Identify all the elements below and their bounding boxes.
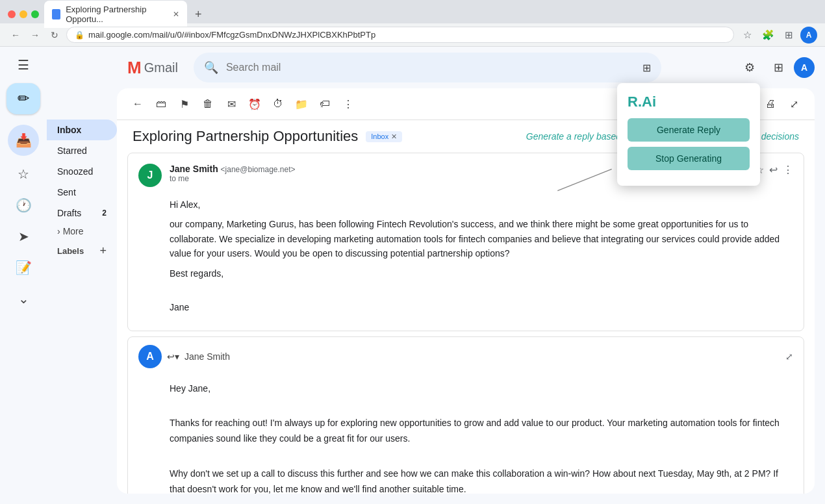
minimize-window-btn[interactable]	[19, 10, 27, 18]
browser-navbar: ← → ↻ 🔒 mail.google.com/mail/u/0/#inbox/…	[0, 23, 825, 47]
generate-reply-btn[interactable]: Generate Reply	[628, 118, 750, 142]
avatar-jane: J	[138, 164, 162, 187]
sender-email: <jane@biomage.net>	[221, 165, 296, 174]
sidebar-item-drafts[interactable]: 📝	[8, 252, 39, 283]
reply-to: Jane Smith	[184, 351, 230, 362]
email-thread: J Jane Smith <jane@biomage.net> to me Ap…	[117, 153, 815, 494]
snoozed-label: Snoozed	[57, 166, 93, 177]
labels-title: Labels	[57, 246, 84, 256]
body-signature: Jane	[170, 300, 793, 314]
maximize-window-btn[interactable]	[31, 10, 39, 18]
sidebar-labels: Inbox Starred Snoozed Sent Drafts 2 › Mo…	[47, 47, 117, 504]
reply-expand-btn[interactable]: ⤢	[785, 351, 793, 362]
sidebar-item-more[interactable]: ⌄	[8, 283, 39, 314]
inbox-badge-label: Inbox	[371, 132, 388, 140]
report-spam-btn[interactable]: ⚑	[174, 94, 195, 114]
search-icon: 🔍	[204, 60, 218, 75]
nav-forward-btn[interactable]: →	[27, 27, 43, 43]
header-actions: ⚙ ⊞ A	[737, 55, 815, 81]
mark-unread-btn[interactable]: ✉	[221, 94, 242, 114]
rai-title: R.Ai	[628, 94, 750, 110]
user-avatar-header[interactable]: A	[794, 57, 815, 78]
new-tab-btn[interactable]: +	[195, 8, 202, 21]
reply-line-3: Why don't we set up a call to discuss th…	[170, 466, 793, 494]
search-bar[interactable]: 🔍 ⊞	[194, 53, 661, 82]
archive-btn[interactable]: 🗃	[151, 94, 171, 114]
search-input[interactable]	[226, 62, 635, 73]
tab-close-btn[interactable]: ✕	[173, 10, 179, 19]
browser-profile[interactable]: A	[800, 27, 817, 44]
gmail-m-icon: M	[127, 58, 142, 78]
email-subject: Exploring Partnership Opportunities	[133, 128, 358, 145]
to-me-text: to me	[170, 174, 664, 183]
email-body: Hi Alex, our company, Marketing Gurus, h…	[128, 197, 804, 331]
sender-info: Jane Smith <jane@biomage.net> to me	[170, 164, 664, 183]
body-main: our company, Marketing Gurus, has been f…	[170, 217, 793, 260]
settings-btn[interactable]: ⚙	[737, 55, 763, 81]
search-tune-icon[interactable]: ⊞	[642, 62, 651, 74]
hamburger-btn[interactable]: ☰	[10, 52, 36, 78]
compose-btn[interactable]: ✏	[6, 83, 40, 114]
reply-line-2: Thanks for reaching out! I'm always up f…	[170, 416, 793, 447]
remove-inbox-label-btn[interactable]: ✕	[391, 132, 397, 141]
reply-icon: ↩▾	[167, 351, 179, 362]
drafts-label: Drafts	[57, 208, 81, 218]
gmail-text: Gmail	[144, 60, 178, 75]
avatar-alex: A	[138, 345, 162, 368]
add-task-btn[interactable]: ⏱	[268, 94, 288, 114]
nav-back-btn[interactable]: ←	[8, 27, 23, 43]
compose-icon: ✏	[6, 83, 40, 114]
tab-title: Exploring Partnership Opportu...	[66, 5, 165, 24]
body-regards: Best regards,	[170, 266, 793, 281]
apps-icon[interactable]: ⊞	[780, 26, 798, 44]
browser-tab[interactable]: Exploring Partnership Opportu... ✕	[44, 1, 187, 28]
reply-header: A ↩▾ Jane Smith ⤢	[128, 337, 804, 376]
reply-body[interactable]: Hey Jane, Thanks for reaching out! I'm a…	[128, 376, 804, 494]
sidebar-item-inbox[interactable]: 📥	[8, 125, 39, 156]
reply-area: A ↩▾ Jane Smith ⤢ Hey Jane, Thanks for r…	[127, 336, 804, 494]
sent-label: Sent	[57, 187, 76, 197]
stop-generating-btn[interactable]: Stop Generating	[628, 147, 750, 170]
sidebar-item-snoozed[interactable]: 🕐	[8, 190, 39, 221]
close-window-btn[interactable]	[8, 10, 16, 18]
traffic-lights[interactable]	[8, 10, 39, 18]
rai-popup: R.Ai Generate Reply Stop Generating	[617, 83, 760, 186]
gmail-logo: M Gmail	[127, 58, 178, 78]
labels-add-btn[interactable]: +	[99, 244, 107, 258]
tab-favicon	[52, 9, 60, 19]
labels-section: Labels +	[47, 239, 117, 263]
back-to-inbox-btn[interactable]: ←	[127, 94, 148, 114]
delete-btn[interactable]: 🗑	[197, 94, 218, 114]
sidebar-item-starred-label[interactable]: Starred	[47, 140, 117, 161]
snooze-btn[interactable]: ⏰	[244, 94, 265, 114]
drafts-count: 2	[102, 208, 107, 218]
apps-grid-btn[interactable]: ⊞	[765, 55, 791, 81]
sidebar-item-drafts-label[interactable]: Drafts 2	[47, 203, 117, 223]
reply-icon-btn[interactable]: ↩	[769, 164, 778, 176]
nav-refresh-btn[interactable]: ↻	[47, 27, 62, 43]
gmail-header: M Gmail 🔍 ⊞ ⚙ ⊞ A	[117, 47, 825, 88]
sidebar-narrow: ☰ ✏ 📥 ☆ 🕐 ➤ 📝 ⌄	[0, 47, 47, 504]
print-btn[interactable]: 🖨	[760, 94, 781, 114]
lock-icon: 🔒	[75, 31, 84, 40]
sidebar-item-snoozed-label[interactable]: Snoozed	[47, 161, 117, 182]
bookmark-icon[interactable]: ☆	[738, 26, 756, 44]
move-to-btn[interactable]: 📁	[291, 94, 312, 114]
more-message-btn[interactable]: ⋮	[783, 164, 793, 176]
more-actions-btn[interactable]: ⋮	[338, 94, 359, 114]
extension-icon[interactable]: 🧩	[759, 26, 777, 44]
sidebar-item-starred[interactable]: ☆	[8, 158, 39, 190]
sidebar-item-sent-label[interactable]: Sent	[47, 182, 117, 203]
sidebar-item-sent[interactable]: ➤	[8, 221, 39, 252]
address-bar[interactable]: 🔒 mail.google.com/mail/u/0/#inbox/FMfcgz…	[66, 27, 734, 43]
sender-name: Jane Smith	[170, 164, 218, 174]
body-greeting: Hi Alex,	[170, 197, 793, 212]
url-text: mail.google.com/mail/u/0/#inbox/FMfcgzGs…	[88, 30, 375, 40]
more-label: More	[63, 226, 84, 236]
label-btn[interactable]: 🏷	[314, 94, 335, 114]
sidebar-more-btn[interactable]: › More	[47, 223, 117, 239]
starred-label: Starred	[57, 145, 87, 156]
expand-btn[interactable]: ⤢	[783, 94, 804, 114]
sidebar-item-inbox-label[interactable]: Inbox	[47, 120, 117, 140]
reply-line-1: Hey Jane,	[170, 381, 793, 397]
